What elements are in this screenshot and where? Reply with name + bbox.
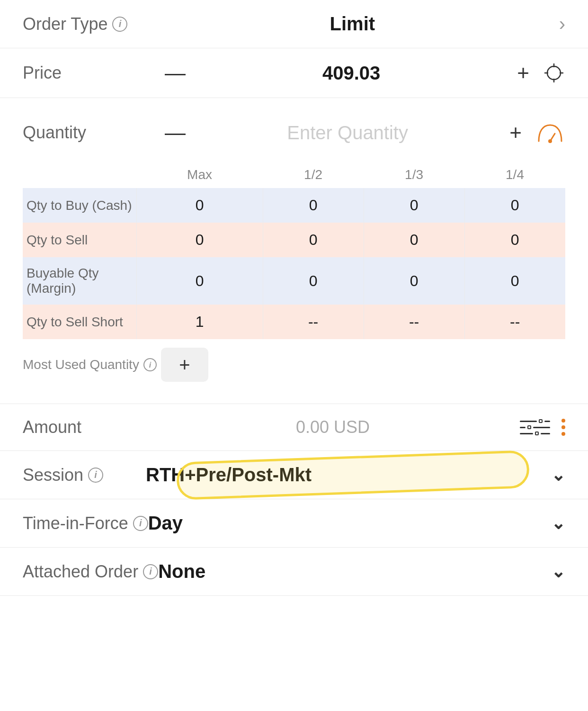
price-crosshair-icon[interactable]	[543, 62, 565, 84]
amount-label: Amount	[23, 417, 146, 437]
qty-row-cell[interactable]: 0	[364, 257, 464, 305]
qty-row-cell[interactable]: 0	[263, 257, 364, 305]
qty-row-cell[interactable]: 0	[136, 223, 263, 257]
time-in-force-row: Time-in-Force i Day ⌄	[0, 499, 588, 548]
quantity-table-row: Qty to Buy (Cash)0000	[23, 188, 565, 223]
time-in-force-chevron-icon[interactable]: ⌄	[551, 513, 565, 533]
qty-row-cell[interactable]: 0	[136, 257, 263, 305]
qty-row-cell[interactable]: 0	[364, 188, 464, 223]
price-label: Price	[23, 63, 146, 83]
amount-row: Amount 0.00 USD	[0, 404, 588, 451]
qty-col-label	[23, 162, 136, 188]
svg-text:i: i	[149, 361, 151, 369]
quantity-table: Max 1/2 1/3 1/4 Qty to Buy (Cash)0000Qty…	[23, 162, 565, 339]
qty-col-max: Max	[136, 162, 263, 188]
order-type-label: Order Type i	[23, 14, 146, 34]
svg-point-0	[547, 66, 561, 80]
most-used-add-button[interactable]: +	[161, 348, 208, 382]
time-in-force-info-icon[interactable]: i	[133, 516, 148, 531]
most-used-text: Most Used Quantity	[23, 357, 139, 372]
session-text: Session	[23, 465, 83, 485]
quantity-minus-button[interactable]: —	[165, 122, 186, 143]
attached-order-value: None	[158, 561, 205, 582]
qty-col-half: 1/2	[263, 162, 364, 188]
qty-row-cell[interactable]: --	[364, 305, 464, 339]
qty-row-cell[interactable]: --	[263, 305, 364, 339]
quantity-input[interactable]: Enter Quantity	[186, 122, 509, 144]
most-used-quantity-row: Most Used Quantity i +	[23, 339, 565, 390]
qty-row-cell[interactable]: 0	[364, 223, 464, 257]
order-type-text: Order Type	[23, 14, 107, 34]
attached-order-info-icon[interactable]: i	[143, 564, 158, 579]
quantity-table-row: Buyable Qty (Margin)0000	[23, 257, 565, 305]
price-row: Price — 409.03 +	[0, 48, 588, 98]
amount-filter-icon[interactable]	[520, 419, 550, 435]
order-type-chevron-icon: ›	[559, 13, 565, 35]
attached-order-text: Attached Order	[23, 562, 138, 582]
amount-more-icon[interactable]	[561, 419, 565, 436]
session-label: Session i	[23, 465, 146, 485]
order-type-value: Limit	[146, 13, 559, 35]
amount-value: 0.00 USD	[146, 417, 520, 437]
qty-row-cell[interactable]: 0	[263, 188, 364, 223]
attached-order-row: Attached Order i None ⌄	[0, 548, 588, 596]
time-in-force-text: Time-in-Force	[23, 513, 128, 533]
quantity-plus-button[interactable]: +	[509, 122, 522, 143]
quantity-label: Quantity	[23, 123, 146, 143]
session-chevron-icon[interactable]: ⌄	[551, 465, 565, 485]
attached-order-label: Attached Order i	[23, 562, 158, 582]
qty-row-cell[interactable]: 0	[464, 188, 565, 223]
time-in-force-value: Day	[148, 513, 183, 533]
qty-row-cell[interactable]: 0	[136, 188, 263, 223]
qty-row-label: Buyable Qty (Margin)	[23, 257, 136, 305]
session-row: Session i RTH+Pre/Post-Mkt ⌄	[0, 451, 588, 499]
quantity-speed-icon[interactable]	[535, 120, 565, 145]
qty-col-quarter: 1/4	[464, 162, 565, 188]
qty-row-cell[interactable]: 0	[464, 257, 565, 305]
session-value: RTH+Pre/Post-Mkt	[146, 464, 551, 486]
qty-row-cell[interactable]: 0	[263, 223, 364, 257]
svg-point-5	[548, 139, 552, 143]
order-type-row[interactable]: Order Type i Limit ›	[0, 0, 588, 48]
qty-row-label: Qty to Buy (Cash)	[23, 188, 136, 223]
most-used-info-icon[interactable]: i	[143, 358, 157, 372]
quantity-section: Quantity — Enter Quantity + Max 1/2 1/3 …	[0, 98, 588, 404]
quantity-table-row: Qty to Sell0000	[23, 223, 565, 257]
order-type-info-icon[interactable]: i	[112, 17, 127, 32]
qty-row-cell[interactable]: --	[464, 305, 565, 339]
time-in-force-label: Time-in-Force i	[23, 513, 148, 533]
quantity-table-row: Qty to Sell Short1------	[23, 305, 565, 339]
attached-order-chevron-icon[interactable]: ⌄	[551, 562, 565, 582]
qty-col-third: 1/3	[364, 162, 464, 188]
price-value[interactable]: 409.03	[186, 63, 517, 84]
amount-actions	[520, 419, 565, 436]
quantity-text: Quantity	[23, 123, 86, 143]
qty-row-label: Qty to Sell Short	[23, 305, 136, 339]
price-minus-button[interactable]: —	[165, 63, 186, 83]
price-plus-button[interactable]: +	[517, 63, 529, 83]
most-used-label: Most Used Quantity i	[23, 357, 157, 372]
qty-row-cell[interactable]: 0	[464, 223, 565, 257]
qty-row-cell[interactable]: 1	[136, 305, 263, 339]
session-info-icon[interactable]: i	[88, 468, 103, 483]
qty-row-label: Qty to Sell	[23, 223, 136, 257]
